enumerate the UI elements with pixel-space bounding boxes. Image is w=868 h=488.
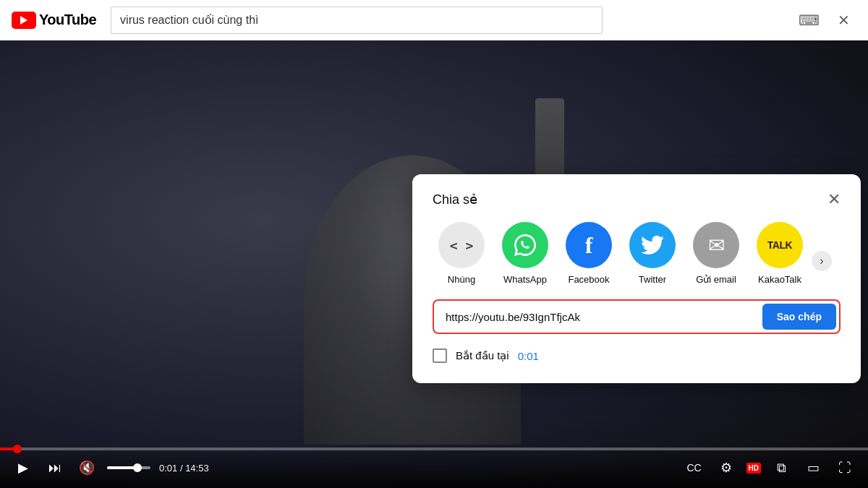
start-time[interactable]: 0:01 (518, 350, 539, 362)
search-input[interactable] (111, 7, 603, 34)
settings-button[interactable]: ⚙ (715, 456, 738, 479)
top-bar-icons: ⌨ ✕ (796, 7, 856, 33)
share-options: < > Nhúng WhatsApp f Facebook (433, 222, 809, 285)
whatsapp-label: WhatsApp (503, 274, 547, 285)
twitter-label: Twitter (639, 274, 666, 285)
play-button[interactable]: ▶ (12, 456, 35, 479)
kakao-label: KakaoTalk (758, 274, 801, 285)
email-icon: ✉ (693, 222, 739, 268)
whatsapp-icon (502, 222, 548, 268)
youtube-logo: YouTube (12, 12, 96, 29)
embed-label: Nhúng (448, 274, 475, 285)
youtube-text: YouTube (39, 12, 96, 28)
url-box: https://youtu.be/93IgnTfjcAk Sao chép (433, 299, 841, 334)
close-modal-button[interactable]: ✕ (827, 192, 841, 207)
twitter-icon (629, 222, 676, 268)
share-item-facebook[interactable]: f Facebook (560, 222, 618, 285)
share-item-whatsapp[interactable]: WhatsApp (496, 222, 554, 285)
volume-dot (133, 463, 142, 472)
facebook-icon: f (566, 222, 612, 268)
share-item-embed[interactable]: < > Nhúng (433, 222, 490, 285)
time-display: 0:01 / 14:53 (159, 463, 209, 474)
copy-button[interactable]: Sao chép (762, 304, 836, 330)
video-container: ▶ ⏭ 🔇 0:01 / 14:53 CC ⚙ HD ⧉ ▭ ⛶ Chia sẻ… (0, 40, 868, 488)
facebook-label: Facebook (568, 274, 609, 285)
mute-button[interactable]: 🔇 (75, 456, 98, 479)
theater-button[interactable]: ▭ (801, 456, 825, 479)
progress-bar[interactable] (0, 448, 868, 450)
scroll-next-button[interactable]: › (812, 251, 832, 271)
cc-button[interactable]: CC (683, 456, 706, 479)
share-item-kakao[interactable]: TALK KakaoTalk (751, 222, 809, 285)
email-label: Gửi email (696, 274, 736, 285)
volume-fill (107, 466, 137, 469)
top-bar: YouTube ⌨ ✕ (0, 0, 868, 40)
video-controls: ▶ ⏭ 🔇 0:01 / 14:53 CC ⚙ HD ⧉ ▭ ⛶ (0, 448, 868, 488)
kakao-icon: TALK (757, 222, 803, 268)
modal-title: Chia sẻ (433, 192, 477, 207)
hd-badge: HD (746, 463, 761, 474)
url-text[interactable]: https://youtu.be/93IgnTfjcAk (446, 311, 762, 323)
skip-button[interactable]: ⏭ (43, 456, 67, 479)
start-at-label: Bắt đầu tại (456, 349, 509, 362)
start-at-checkbox[interactable] (433, 348, 447, 363)
miniplayer-button[interactable]: ⧉ (770, 456, 793, 479)
keyboard-button[interactable]: ⌨ (796, 7, 822, 33)
share-item-email[interactable]: ✉ Gửi email (687, 222, 745, 285)
progress-dot (13, 445, 22, 453)
fullscreen-button[interactable]: ⛶ (833, 456, 856, 479)
share-options-wrapper: < > Nhúng WhatsApp f Facebook (433, 222, 841, 299)
start-at-row: Bắt đầu tại 0:01 (433, 348, 841, 363)
volume-slider[interactable] (107, 466, 150, 469)
share-item-twitter[interactable]: Twitter (624, 222, 681, 285)
youtube-icon (12, 12, 36, 29)
share-modal: Chia sẻ ✕ < > Nhúng WhatsApp (412, 174, 861, 383)
close-search-button[interactable]: ✕ (830, 7, 856, 33)
embed-icon: < > (438, 222, 485, 268)
modal-header: Chia sẻ ✕ (433, 192, 841, 207)
progress-fill (0, 448, 17, 450)
